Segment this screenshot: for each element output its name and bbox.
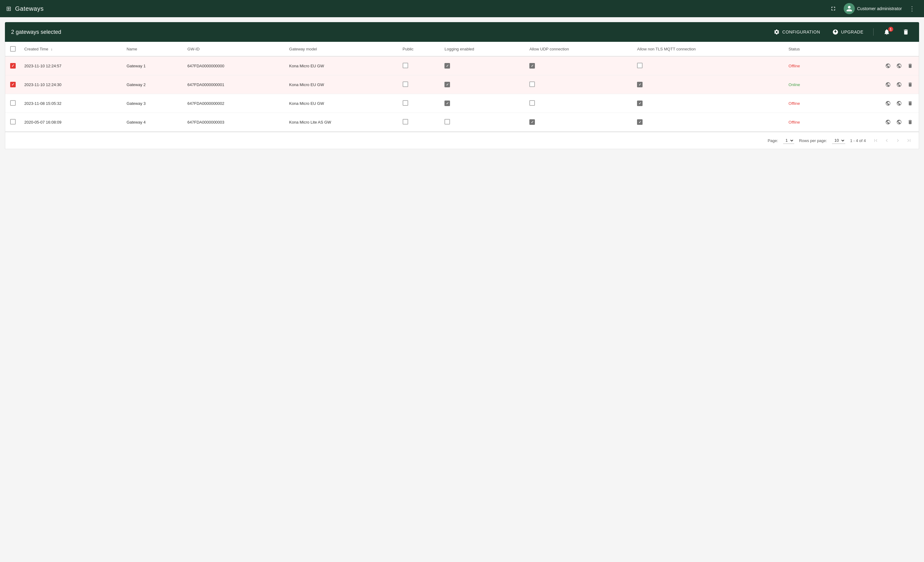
first-page-icon xyxy=(873,138,879,143)
app-title: Gateways xyxy=(15,5,44,12)
cell-gateway-model: Kona Micro EU GW xyxy=(285,56,399,75)
network-icon xyxy=(885,63,891,69)
prev-page-icon xyxy=(884,138,890,143)
notification-button[interactable]: 1 xyxy=(880,26,894,38)
cell-gw-id: 647FDA0000000002 xyxy=(184,94,285,113)
fullscreen-icon xyxy=(830,6,836,12)
row-delete-button[interactable] xyxy=(905,117,915,127)
selection-actions: CONFIGURATION UPGRADE 1 xyxy=(770,26,913,38)
cell-gw-id: 647FDA0000000001 xyxy=(184,75,285,94)
top-navigation: ⊞ Gateways Customer administrator ⋮ xyxy=(0,0,924,17)
fullscreen-button[interactable] xyxy=(828,3,839,14)
prev-page-button[interactable] xyxy=(882,136,892,145)
delete-row-icon xyxy=(908,63,913,69)
row-actions xyxy=(832,98,915,108)
header-status: Status xyxy=(785,42,828,56)
rows-per-page-label: Rows per page: xyxy=(799,138,827,143)
cell-logging-enabled xyxy=(441,75,526,94)
nav-right: Customer administrator ⋮ xyxy=(828,3,918,14)
cell-created-time: 2023-11-10 12:24:30 xyxy=(21,75,123,94)
cell-name: Gateway 4 xyxy=(123,113,184,132)
cell-actions xyxy=(828,94,919,113)
row-network-button[interactable] xyxy=(883,98,893,108)
row-settings-button[interactable] xyxy=(894,117,904,127)
row-select-cell xyxy=(5,75,21,94)
row-checkbox[interactable] xyxy=(10,119,16,124)
more-options-button[interactable]: ⋮ xyxy=(907,3,918,14)
first-page-button[interactable] xyxy=(871,136,880,145)
cell-gateway-model: Kona Micro EU GW xyxy=(285,75,399,94)
row-checkbox[interactable] xyxy=(10,82,16,87)
row-select-cell xyxy=(5,113,21,132)
cell-created-time: 2023-11-10 12:24:57 xyxy=(21,56,123,75)
cell-created-time: 2023-11-08 15:05:32 xyxy=(21,94,123,113)
row-settings-button[interactable] xyxy=(894,79,904,90)
page-select[interactable]: 1 xyxy=(783,137,794,144)
row-actions xyxy=(832,79,915,90)
delete-row-icon xyxy=(908,82,913,87)
select-all-checkbox[interactable] xyxy=(10,46,16,52)
row-network-button[interactable] xyxy=(883,117,893,127)
settings-icon xyxy=(896,119,902,125)
header-created-time[interactable]: Created Time ↓ xyxy=(21,42,123,56)
cell-status: Offline xyxy=(785,94,828,113)
status-badge: Offline xyxy=(789,120,800,124)
cell-name: Gateway 2 xyxy=(123,75,184,94)
cell-actions xyxy=(828,113,919,132)
cell-status: Online xyxy=(785,75,828,94)
cell-gateway-model: Kona Micro Lite AS GW xyxy=(285,113,399,132)
pagination-nav xyxy=(871,136,914,145)
header-gw-id: GW-ID xyxy=(184,42,285,56)
app-icon: ⊞ xyxy=(6,5,11,12)
cell-allow-udp xyxy=(526,94,633,113)
table-body: 2023-11-10 12:24:57Gateway 1647FDA000000… xyxy=(5,56,919,132)
configuration-icon xyxy=(774,29,780,35)
next-page-button[interactable] xyxy=(893,136,903,145)
last-page-button[interactable] xyxy=(904,136,914,145)
notification-badge: 1 xyxy=(888,27,893,31)
table-container: Created Time ↓ Name GW-ID Gateway model … xyxy=(5,42,919,132)
upgrade-button[interactable]: UPGRADE xyxy=(829,27,867,37)
configuration-button[interactable]: CONFIGURATION xyxy=(770,27,824,37)
rows-per-page-select[interactable]: 10 25 50 xyxy=(832,137,845,144)
row-checkbox[interactable] xyxy=(10,100,16,106)
cell-allow-non-tls xyxy=(633,113,784,132)
header-public: Public xyxy=(399,42,441,56)
next-page-icon xyxy=(895,138,901,143)
row-settings-button[interactable] xyxy=(894,98,904,108)
header-logging-enabled: Logging enabled xyxy=(441,42,526,56)
settings-icon xyxy=(896,100,902,106)
vertical-dots-icon: ⋮ xyxy=(909,5,916,12)
main-content: 2 gateways selected CONFIGURATION UPGRAD… xyxy=(0,17,924,562)
row-actions xyxy=(832,61,915,71)
cell-gw-id: 647FDA0000000003 xyxy=(184,113,285,132)
row-delete-button[interactable] xyxy=(905,79,915,90)
header-name: Name xyxy=(123,42,184,56)
row-delete-button[interactable] xyxy=(905,98,915,108)
cell-gateway-model: Kona Micro EU GW xyxy=(285,94,399,113)
cell-allow-non-tls xyxy=(633,56,784,75)
table-row: 2023-11-10 12:24:57Gateway 1647FDA000000… xyxy=(5,56,919,75)
selection-count-label: 2 gateways selected xyxy=(11,29,61,35)
cell-actions xyxy=(828,56,919,75)
cell-status: Offline xyxy=(785,56,828,75)
account-icon xyxy=(846,5,853,12)
user-section: Customer administrator xyxy=(844,3,902,14)
row-checkbox[interactable] xyxy=(10,63,16,69)
row-settings-button[interactable] xyxy=(894,61,904,71)
row-network-button[interactable] xyxy=(883,61,893,71)
header-actions xyxy=(828,42,919,56)
delete-selected-button[interactable] xyxy=(899,26,913,38)
cell-public xyxy=(399,56,441,75)
cell-created-time: 2020-05-07 16:08:09 xyxy=(21,113,123,132)
row-delete-button[interactable] xyxy=(905,61,915,71)
pagination-count: 1 - 4 of 4 xyxy=(850,138,866,143)
row-network-button[interactable] xyxy=(883,79,893,90)
last-page-icon xyxy=(906,138,912,143)
row-actions xyxy=(832,117,915,127)
settings-icon xyxy=(896,63,902,69)
table-row: 2023-11-08 15:05:32Gateway 3647FDA000000… xyxy=(5,94,919,113)
network-icon xyxy=(885,82,891,87)
delete-icon xyxy=(903,28,909,35)
status-badge: Online xyxy=(789,82,800,87)
